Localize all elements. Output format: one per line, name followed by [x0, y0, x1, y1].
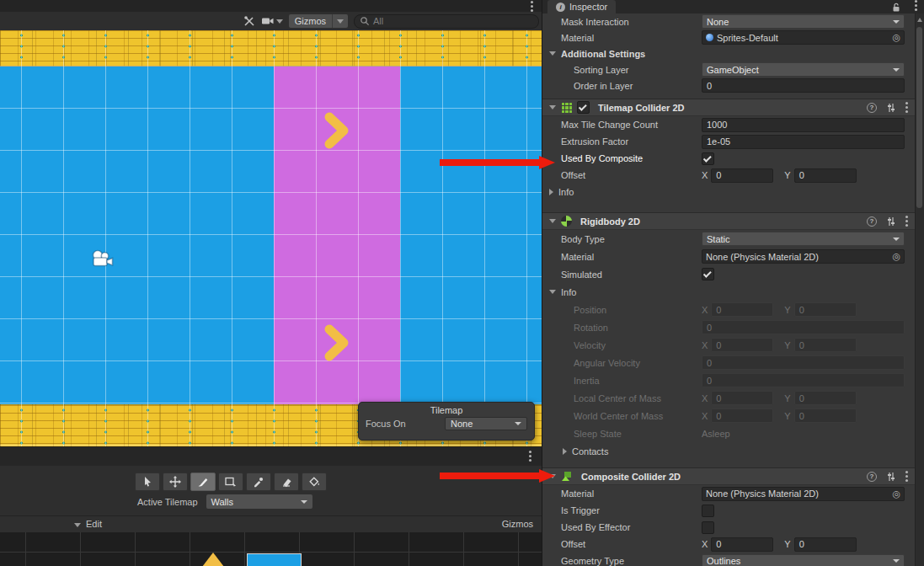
cc-material-object-field[interactable]: None (Physics Material 2D) ◎: [702, 487, 905, 501]
tab-inspector[interactable]: i Inspector: [547, 0, 616, 13]
tile-palette-grid[interactable]: [0, 532, 542, 566]
is-trigger-checkbox[interactable]: [702, 505, 714, 517]
presets-icon[interactable]: [886, 472, 896, 482]
composite-collider-icon: [561, 471, 573, 482]
rigidbody-component: Rigidbody 2D ? Body Type Static Material…: [542, 212, 915, 460]
body-type-label: Body Type: [561, 234, 702, 244]
presets-icon[interactable]: [886, 103, 896, 113]
used-by-composite-checkbox[interactable]: [702, 152, 714, 165]
scene-menu-kebab-icon[interactable]: [531, 5, 533, 8]
velocity-y-field: 0: [794, 338, 857, 352]
chevron-down-icon: [893, 559, 900, 563]
additional-settings-foldout[interactable]: Additional Settings: [542, 45, 915, 61]
help-icon[interactable]: ?: [867, 103, 877, 113]
position-x-field: 0: [711, 302, 773, 317]
cursor-icon: [141, 476, 154, 488]
tilemap-collider-header[interactable]: Tilemap Collider 2D ?: [542, 99, 915, 116]
chevron-down-icon[interactable]: [74, 523, 81, 527]
tool-fill-button[interactable]: [302, 473, 327, 491]
offset-y-field[interactable]: 0: [794, 168, 857, 183]
local-center-of-mass-label: Local Center of Mass: [574, 393, 702, 403]
presets-icon[interactable]: [886, 216, 896, 227]
object-picker-icon[interactable]: ◎: [892, 33, 900, 42]
sorting-layer-label: Sorting Layer: [574, 65, 702, 75]
help-icon[interactable]: ?: [867, 472, 877, 482]
geometry-type-dropdown[interactable]: Outlines: [702, 554, 905, 566]
scene-tab-strip: [0, 0, 542, 12]
foldout-open-icon[interactable]: [549, 219, 556, 223]
component-kebab-icon[interactable]: [905, 106, 908, 109]
simulated-checkbox[interactable]: [702, 268, 714, 280]
tool-box-fill-button[interactable]: [218, 473, 243, 491]
max-tile-change-count-field[interactable]: 1000: [702, 118, 905, 132]
used-by-effector-checkbox[interactable]: [702, 521, 714, 534]
foldout-closed-icon: [549, 189, 553, 195]
scrollbar-thumb[interactable]: [916, 27, 922, 208]
help-icon[interactable]: ?: [867, 216, 877, 227]
component-enabled-checkbox[interactable]: [577, 101, 590, 114]
arrow-tile-sprite[interactable]: [319, 323, 355, 363]
scene-camera-dropdown[interactable]: [261, 16, 283, 26]
object-picker-icon[interactable]: ◎: [892, 252, 900, 261]
cc-offset-x-field[interactable]: 0: [711, 537, 773, 552]
scroll-up-icon[interactable]: [917, 18, 922, 22]
inspector-scrollbar[interactable]: [915, 13, 924, 566]
camera-icon: [261, 16, 275, 26]
rigidbody-icon: [561, 216, 572, 227]
camera-gizmo-icon[interactable]: [89, 248, 116, 273]
order-in-layer-field[interactable]: 0: [702, 78, 905, 93]
palette-arrow-tile[interactable]: [202, 553, 224, 566]
component-kebab-icon[interactable]: [905, 475, 908, 478]
rb-material-object-field[interactable]: None (Physics Material 2D) ◎: [702, 249, 905, 264]
focus-on-dropdown[interactable]: None: [445, 417, 527, 430]
chevron-down-icon: [893, 238, 900, 241]
material-object-field[interactable]: Sprites-Default ◎: [702, 30, 905, 45]
lock-icon[interactable]: [892, 3, 900, 14]
additional-settings-label: Additional Settings: [561, 49, 645, 59]
tool-settings-icon[interactable]: [243, 15, 255, 27]
is-trigger-label: Is Trigger: [561, 505, 702, 515]
arrow-tile-sprite[interactable]: [319, 110, 355, 151]
scene-view-canvas[interactable]: [0, 30, 542, 446]
extrusion-factor-field[interactable]: 1e-05: [702, 135, 905, 149]
palette-selected-tile[interactable]: [247, 553, 302, 566]
composite-collider-header[interactable]: Composite Collider 2D ?: [542, 467, 915, 485]
rb-material-label: Material: [561, 252, 702, 262]
mask-interaction-dropdown[interactable]: None: [702, 14, 905, 29]
eyedropper-icon: [252, 476, 265, 488]
chevron-down-icon: [276, 19, 283, 24]
foldout-open-icon[interactable]: [549, 105, 556, 109]
inspector-tab-bar: i Inspector: [542, 0, 924, 13]
palette-menu-kebab-icon[interactable]: [529, 455, 531, 457]
tool-picker-button[interactable]: [246, 473, 271, 491]
contacts-foldout[interactable]: Contacts: [542, 442, 915, 460]
tool-select-button[interactable]: [135, 473, 160, 491]
composite-collider-component: Composite Collider 2D ? Material None (P…: [542, 467, 915, 566]
cc-offset-y-field[interactable]: 0: [794, 537, 857, 552]
info-icon: i: [556, 3, 565, 12]
cc-material-label: Material: [561, 489, 702, 499]
component-title: Tilemap Collider 2D: [598, 103, 685, 113]
rigidbody-header[interactable]: Rigidbody 2D ?: [542, 212, 915, 230]
palette-gizmos-button[interactable]: Gizmos: [502, 519, 533, 529]
tool-move-button[interactable]: [163, 473, 188, 491]
rigidbody-info-foldout[interactable]: Info: [542, 283, 915, 301]
inspector-panel: i Inspector Mask Interaction None Materi…: [542, 0, 924, 566]
tilemap-collider-info-foldout[interactable]: Info: [542, 184, 915, 200]
object-picker-icon[interactable]: ◎: [892, 489, 900, 499]
cc-offset-label: Offset: [561, 539, 702, 549]
inertia-label: Inertia: [574, 376, 702, 386]
gizmos-button[interactable]: Gizmos: [289, 14, 348, 28]
position-y-field: 0: [794, 302, 857, 317]
active-tilemap-dropdown[interactable]: Walls: [206, 494, 312, 509]
scene-search-input[interactable]: All: [354, 14, 539, 29]
offset-x-field[interactable]: 0: [711, 168, 773, 183]
body-type-dropdown[interactable]: Static: [702, 232, 905, 246]
tool-eraser-button[interactable]: [274, 473, 299, 491]
component-kebab-icon[interactable]: [905, 220, 908, 222]
gizmos-label: Gizmos: [289, 16, 332, 26]
inspector-menu-kebab-icon[interactable]: [915, 4, 917, 7]
edit-button[interactable]: Edit: [86, 519, 102, 529]
tool-brush-button[interactable]: [190, 473, 216, 491]
sorting-layer-dropdown[interactable]: GameObject: [702, 62, 905, 77]
